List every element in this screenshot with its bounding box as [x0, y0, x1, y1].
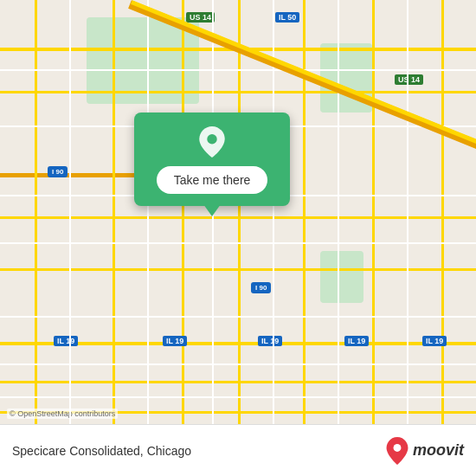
popup-card: Take me there — [134, 113, 290, 206]
street-h-4 — [0, 242, 476, 244]
street-h-5 — [0, 316, 476, 318]
park-area-3 — [320, 251, 363, 303]
road-v-6 — [372, 0, 375, 424]
svg-point-1 — [394, 444, 402, 452]
road-v-5 — [303, 0, 306, 424]
street-v-1 — [69, 0, 71, 424]
moovit-logo: moovit — [385, 437, 464, 465]
road-v-2 — [113, 0, 115, 424]
street-h-6 — [0, 363, 476, 365]
bottom-bar: Specicare Consolidated, Chicago moovit — [0, 424, 476, 476]
street-v-2 — [147, 0, 149, 424]
street-v-6 — [407, 0, 408, 424]
street-v-5 — [338, 0, 339, 424]
bottom-left-info: Specicare Consolidated, Chicago — [12, 444, 191, 458]
label-i90-mid: I 90 — [251, 282, 271, 293]
label-il50-top: IL 50 — [275, 12, 299, 23]
street-h-1 — [0, 69, 476, 71]
road-v-3 — [182, 0, 184, 424]
label-il19-1: IL 19 — [54, 336, 78, 346]
label-il19-4: IL 19 — [344, 336, 369, 346]
place-name: Specicare Consolidated, Chicago — [12, 444, 191, 458]
label-us14-right: US 14 — [395, 74, 423, 85]
map-attribution: © OpenStreetMap contributors — [7, 408, 118, 419]
street-h-7 — [0, 396, 476, 398]
label-us14-top: US 14 — [186, 12, 215, 23]
label-il19-5: IL 19 — [422, 336, 447, 346]
label-il19-3: IL 19 — [258, 336, 282, 346]
road-v-4 — [238, 0, 241, 424]
road-v-1 — [35, 0, 37, 424]
map-view: US 14 IL 50 US 14 I 90 I 90 IL 19 IL 19 … — [0, 0, 476, 424]
take-me-there-button[interactable]: Take me there — [157, 166, 268, 194]
moovit-pin-icon — [385, 437, 409, 465]
svg-point-0 — [207, 134, 216, 144]
location-pin-icon — [196, 126, 228, 158]
label-il19-2: IL 19 — [163, 336, 187, 346]
moovit-brand-text: moovit — [413, 441, 464, 460]
label-i90-left: I 90 — [48, 166, 68, 177]
road-v-7 — [441, 0, 444, 424]
